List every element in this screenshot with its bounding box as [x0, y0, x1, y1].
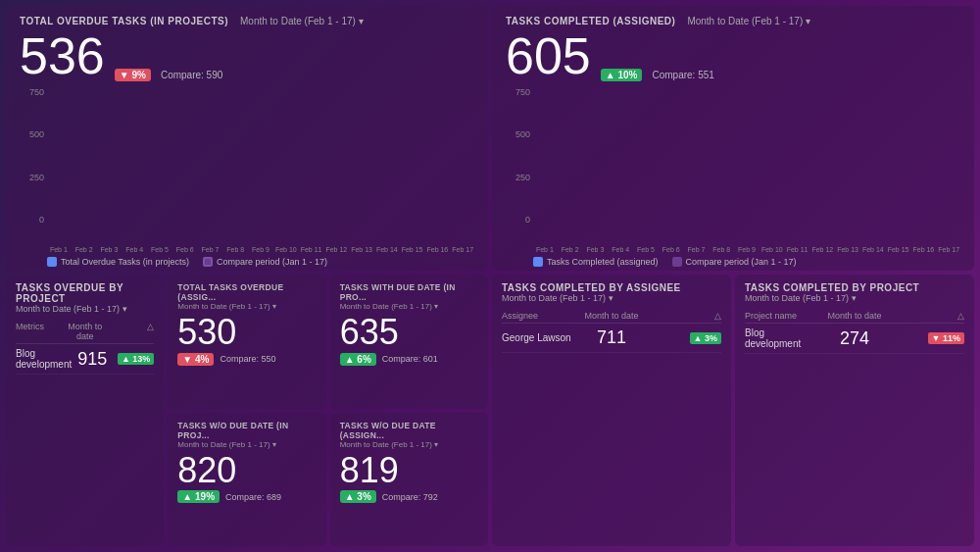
mini1-chevron[interactable]: ▾ — [272, 302, 276, 311]
legend-primary-right: Tasks Completed (assigned) — [533, 257, 659, 267]
date-chevron-icon-right[interactable]: ▾ — [806, 16, 810, 26]
x-label: Feb 2 — [73, 246, 96, 253]
x-label: Feb 9 — [249, 246, 272, 253]
x-label: Feb 3 — [584, 246, 608, 253]
x-label: Feb 9 — [735, 246, 759, 253]
mini4-chevron[interactable]: ▾ — [434, 440, 438, 449]
legend-primary-box — [47, 257, 57, 267]
mini1-badge: ▼ 4% — [177, 353, 214, 366]
x-label: Feb 4 — [609, 246, 632, 253]
overdue-chart: 750 500 250 0 — [20, 87, 474, 244]
bottom-section: TASKS OVERDUE BY PROJECT Month to Date (… — [6, 275, 974, 546]
overdue-project-header: Metrics Month to date △ — [16, 318, 154, 344]
x-label: Feb 17 — [937, 246, 960, 253]
legend-left: Total Overdue Tasks (in projects) Compar… — [20, 257, 474, 267]
table-row: Blog development 274 ▼ 11% — [745, 324, 964, 354]
x-label: Feb 6 — [660, 246, 683, 253]
table-row: George Lawson 711 ▲ 3% — [502, 324, 721, 353]
status-badge: ▼ 11% — [928, 332, 964, 344]
completed-badge: ▲ 10% — [601, 69, 643, 81]
x-label: Feb 1 — [533, 246, 557, 253]
x-label: Feb 13 — [350, 246, 373, 253]
overdue-badge-row: ▼ 9% Compare: 590 — [115, 69, 223, 81]
x-label: Feb 15 — [887, 246, 910, 253]
x-label: Feb 11 — [300, 246, 323, 253]
x-labels-right: Feb 1Feb 2Feb 3Feb 4Feb 5Feb 6Feb 7Feb 8… — [506, 246, 960, 253]
legend-right: Tasks Completed (assigned) Compare perio… — [506, 257, 960, 267]
x-labels-left: Feb 1Feb 2Feb 3Feb 4Feb 5Feb 6Feb 7Feb 8… — [20, 246, 474, 253]
overdue-tasks-panel: TOTAL OVERDUE TASKS (IN PROJECTS) Month … — [6, 6, 488, 271]
date-chevron-icon[interactable]: ▾ — [359, 16, 364, 26]
completed-date[interactable]: Month to Date (Feb 1 - 17) ▾ — [687, 16, 810, 26]
x-label: Feb 2 — [559, 246, 582, 253]
x-label: Feb 12 — [324, 246, 348, 253]
x-label: Feb 15 — [401, 246, 424, 253]
completed-tasks-panel: TASKS COMPLETED (ASSIGNED) Month to Date… — [492, 6, 974, 271]
mini-col-2: TASKS WITH DUE DATE (IN PRO... Month to … — [330, 275, 488, 546]
x-label: Feb 16 — [911, 246, 935, 253]
x-label: Feb 6 — [173, 246, 197, 253]
x-label: Feb 14 — [861, 246, 885, 253]
mini-panel-4: TASKS W/O DUE DATE (ASSIGN... Month to D… — [330, 413, 488, 547]
x-label: Feb 8 — [710, 246, 733, 253]
x-label: Feb 3 — [98, 246, 122, 253]
mini4-badge-row: ▲ 3% Compare: 792 — [340, 490, 478, 503]
status-badge: ▲ 13% — [118, 353, 154, 365]
overdue-date[interactable]: Month to Date (Feb 1 - 17) ▾ — [240, 16, 364, 26]
date-chevron-icon-op[interactable]: ▾ — [122, 304, 127, 314]
legend-primary-right-box — [533, 257, 543, 267]
mini-panel-3: TASKS W/O DUE DATE (IN PROJ... Month to … — [168, 413, 325, 547]
completed-title: TASKS COMPLETED (ASSIGNED) — [506, 16, 675, 26]
project-title: TASKS COMPLETED BY PROJECT — [745, 282, 964, 293]
mini2-badge-row: ▲ 6% Compare: 601 — [340, 353, 478, 366]
project-header: Project name Month to date △ — [745, 307, 964, 324]
mini2-chevron[interactable]: ▾ — [434, 302, 438, 311]
x-label: Feb 7 — [199, 246, 222, 253]
overdue-by-project-panel: TASKS OVERDUE BY PROJECT Month to Date (… — [6, 275, 164, 546]
x-label: Feb 11 — [786, 246, 809, 253]
mini3-badge-row: ▲ 19% Compare: 689 — [177, 490, 316, 503]
mini-panel-1: TOTAL TASKS OVERDUE (ASSIG... Month to D… — [168, 275, 325, 409]
x-label: Feb 17 — [451, 246, 474, 253]
x-label: Feb 14 — [375, 246, 399, 253]
mini-panel-2: TASKS WITH DUE DATE (IN PRO... Month to … — [330, 275, 488, 409]
legend-secondary-box — [203, 257, 213, 267]
mini1-badge-row: ▼ 4% Compare: 550 — [177, 353, 316, 366]
x-label: Feb 13 — [836, 246, 859, 253]
dashboard: TOTAL OVERDUE TASKS (IN PROJECTS) Month … — [0, 0, 980, 552]
mini-col-1: TOTAL TASKS OVERDUE (ASSIG... Month to D… — [168, 275, 325, 546]
x-label: Feb 10 — [274, 246, 298, 253]
completed-badge-row: ▲ 10% Compare: 551 — [601, 69, 714, 81]
bars-left — [20, 87, 474, 225]
mini2-badge: ▲ 6% — [340, 353, 376, 366]
completed-chart: 750 500 250 0 — [506, 87, 960, 244]
completed-compare: Compare: 551 — [652, 70, 713, 80]
x-label: Feb 7 — [685, 246, 709, 253]
x-label: Feb 5 — [634, 246, 658, 253]
overdue-big-number: 536 — [20, 30, 105, 81]
x-label: Feb 16 — [425, 246, 449, 253]
project-chevron[interactable]: ▾ — [852, 293, 857, 303]
legend-secondary-right-box — [672, 257, 682, 267]
table-row: Blog development 915 ▲ 13% — [16, 344, 154, 375]
y-axis-right: 750 500 250 0 — [506, 87, 533, 225]
completed-by-project-panel: TASKS COMPLETED BY PROJECT Month to Date… — [735, 275, 974, 546]
x-label: Feb 1 — [47, 246, 71, 253]
completed-by-assignee-panel: TASKS COMPLETED BY ASSIGNEE Month to Dat… — [492, 275, 731, 546]
legend-primary: Total Overdue Tasks (in projects) — [47, 257, 189, 267]
overdue-compare: Compare: 590 — [161, 70, 222, 80]
completed-big-number: 605 — [506, 30, 591, 81]
assignee-chevron[interactable]: ▾ — [609, 293, 613, 303]
mini3-badge: ▲ 19% — [177, 490, 220, 503]
assignee-header: Assignee Month to date △ — [502, 307, 721, 324]
x-label: Feb 4 — [122, 246, 146, 253]
mini3-chevron[interactable]: ▾ — [272, 440, 276, 449]
status-badge: ▲ 3% — [690, 332, 721, 344]
overdue-badge: ▼ 9% — [115, 69, 151, 81]
legend-secondary: Compare period (Jan 1 - 17) — [203, 257, 327, 267]
x-label: Feb 5 — [148, 246, 172, 253]
bottom-right: TASKS COMPLETED BY ASSIGNEE Month to Dat… — [492, 275, 974, 546]
bottom-left: TASKS OVERDUE BY PROJECT Month to Date (… — [6, 275, 488, 546]
y-axis-left: 750 500 250 0 — [20, 87, 47, 225]
x-label: Feb 10 — [760, 246, 784, 253]
